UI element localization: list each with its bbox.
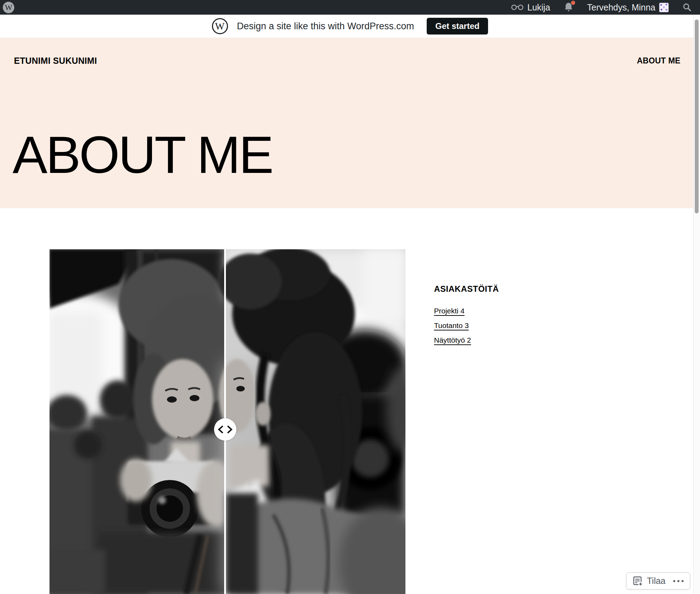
site-header-row: ETUNIMI SUKUNIMI ABOUT ME bbox=[0, 56, 700, 66]
comparison-slider-handle[interactable] bbox=[214, 418, 236, 441]
sidebar-link-tuotanto-3[interactable]: Tuotanto 3 bbox=[434, 321, 469, 329]
reader-label: Lukija bbox=[527, 2, 550, 13]
site-nav: ABOUT ME bbox=[637, 56, 680, 66]
chevron-left-icon bbox=[219, 426, 223, 433]
sidebar-link-nayttotyo-2[interactable]: Näyttötyö 2 bbox=[434, 336, 471, 344]
notifications-button[interactable] bbox=[564, 2, 573, 13]
bell-icon bbox=[564, 2, 573, 13]
page-title: ABOUT ME bbox=[13, 129, 700, 181]
admin-bar-left: W bbox=[0, 2, 14, 13]
before-after-image-block bbox=[50, 249, 405, 594]
sidebar-link-projekti-4[interactable]: Projekti 4 bbox=[434, 307, 465, 315]
unread-notification-dot bbox=[571, 1, 575, 5]
subscribe-action-bar: Tilaa bbox=[626, 572, 690, 589]
account-menu[interactable]: Tervehdys, Minna bbox=[587, 2, 669, 13]
subscribe-button[interactable]: Tilaa bbox=[633, 576, 665, 586]
list-item: Tuotanto 3 bbox=[434, 320, 657, 332]
nav-item-about-me[interactable]: ABOUT ME bbox=[637, 56, 680, 65]
wpcom-promo-banner: W Design a site like this with WordPress… bbox=[0, 15, 700, 38]
admin-bar: W Lukija Tervehdys, Minna bbox=[0, 0, 700, 15]
list-item: Näyttötyö 2 bbox=[434, 335, 657, 346]
admin-bar-right: Lukija Tervehdys, Minna bbox=[511, 2, 700, 13]
main-content: ASIAKASTÖITÄ Projekti 4 Tuotanto 3 Näytt… bbox=[0, 208, 700, 594]
list-item: Projekti 4 bbox=[434, 306, 657, 317]
reader-link[interactable]: Lukija bbox=[511, 2, 550, 13]
wordpress-logo-icon: W bbox=[212, 18, 228, 34]
search-icon bbox=[683, 3, 692, 12]
subscribe-follow-icon bbox=[633, 576, 643, 586]
client-works-list: Projekti 4 Tuotanto 3 Näyttötyö 2 bbox=[434, 306, 657, 346]
slider-chevrons bbox=[217, 425, 233, 434]
search-button[interactable] bbox=[683, 3, 692, 12]
sidebar-heading: ASIAKASTÖITÄ bbox=[434, 284, 657, 294]
sidebar: ASIAKASTÖITÄ Projekti 4 Tuotanto 3 Näytt… bbox=[434, 284, 657, 350]
scrollbar-thumb[interactable] bbox=[695, 20, 699, 213]
scrollbar-track[interactable] bbox=[693, 15, 700, 594]
avatar bbox=[659, 3, 669, 12]
get-started-button[interactable]: Get started bbox=[427, 18, 488, 35]
site-title-link[interactable]: ETUNIMI SUKUNIMI bbox=[14, 56, 97, 66]
more-options-button[interactable] bbox=[673, 580, 684, 582]
wordpress-admin-logo-icon[interactable]: W bbox=[3, 2, 14, 13]
ellipsis-icon bbox=[673, 580, 675, 582]
glasses-icon bbox=[511, 4, 524, 10]
site-header: ETUNIMI SUKUNIMI ABOUT ME ABOUT ME bbox=[0, 38, 700, 208]
greeting-label: Tervehdys, Minna bbox=[587, 2, 655, 13]
chevron-right-icon bbox=[228, 426, 231, 433]
subscribe-label: Tilaa bbox=[647, 576, 665, 586]
banner-message: Design a site like this with WordPress.c… bbox=[237, 21, 414, 32]
